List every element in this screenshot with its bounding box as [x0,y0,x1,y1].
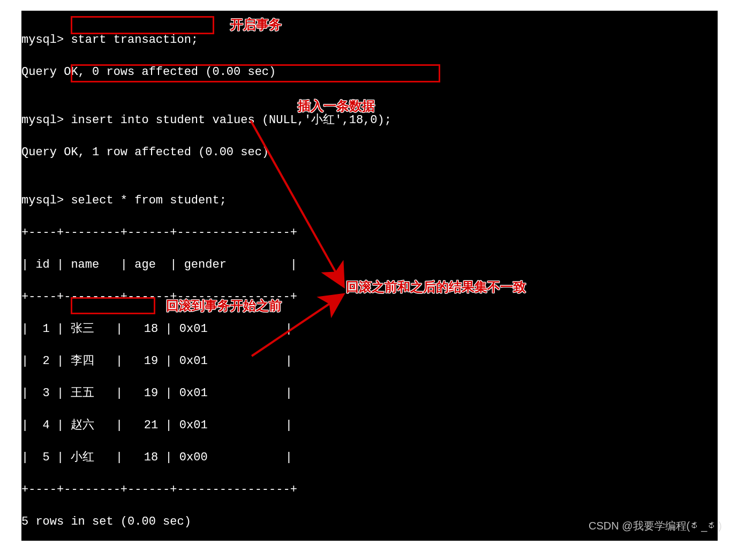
response-ok-1: Query OK, 1 row affected (0.00 sec) [21,145,718,161]
mysql-prompt: mysql> [21,33,71,47]
annotation-start-tx: 开启事务 [230,16,282,33]
prompt-line-3: mysql> select * from student; [21,193,718,209]
table-sep: +----+--------+------+----------------+ [21,225,718,241]
prompt-line-2: mysql> insert into student values (NULL,… [21,112,718,128]
highlight-start-transaction [71,16,214,34]
highlight-insert [71,64,440,82]
table-row: | 3 | 王五 | 19 | 0x01 | [21,385,718,402]
table-sep: +----+--------+------+----------------+ [21,482,718,498]
watermark: CSDN @我要学编程(ಥ_ಥ) [589,519,722,533]
table-row: | 5 | 小红 | 18 | 0x00 | [21,450,718,466]
mysql-prompt: mysql> [21,113,71,127]
table-row: | 4 | 赵六 | 21 | 0x01 | [21,418,718,434]
annotation-insert: 插入一条数据 [298,97,375,115]
prompt-line-1: mysql> start transaction; [21,32,718,48]
table-row: | 1 | 张三 | 18 | 0x01 | [21,321,718,337]
cmd-start-transaction: start transaction; [71,33,198,47]
annotation-diff: 回滚之前和之后的结果集不一致 [346,278,526,296]
annotation-rollback: 回滚到事务开始之前 [166,297,282,314]
cmd-insert: insert into student values (NULL,'小红',18… [71,113,391,127]
mysql-terminal: mysql> start transaction; Query OK, 0 ro… [21,11,718,541]
table-header: | id | name | age | gender | [21,257,718,273]
table-row: | 2 | 李四 | 19 | 0x01 | [21,353,718,369]
highlight-rollback [71,297,155,314]
mysql-prompt: mysql> [21,194,71,207]
cmd-select-1: select * from student; [71,194,226,207]
